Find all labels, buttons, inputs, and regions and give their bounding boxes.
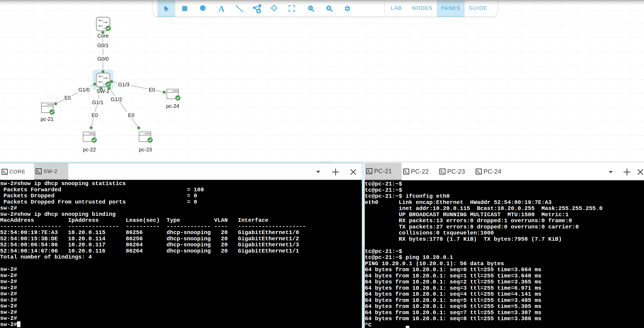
svg-text:E0: E0 [149,87,155,93]
svg-text:G1/3: G1/3 [118,81,130,88]
svg-text:pc-24: pc-24 [166,103,179,109]
svg-text:G0/1: G0/1 [97,42,108,48]
svg-text:pc-23: pc-23 [139,146,152,152]
svg-text:A: A [218,4,224,14]
svg-text:G1/0: G1/0 [78,87,90,93]
svg-text:E0: E0 [64,95,71,101]
svg-text:G1/1: G1/1 [92,99,104,105]
svg-text:E0: E0 [128,112,134,118]
svg-text:G1/2: G1/2 [111,96,122,102]
svg-text:pc-21: pc-21 [40,116,54,122]
svg-text:G0/0: G0/0 [98,56,108,62]
svg-text:E0: E0 [92,112,98,118]
svg-text:pc-22: pc-22 [83,146,96,152]
svg-text:SW-2: SW-2 [96,88,110,94]
